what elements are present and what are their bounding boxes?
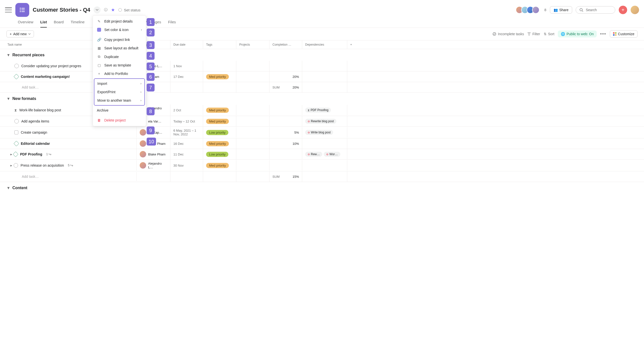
due-date[interactable]: 30 Nov xyxy=(170,160,203,171)
menu-label: Archive xyxy=(97,108,108,112)
completion-cell[interactable]: 5% xyxy=(270,127,302,138)
projects-cell[interactable] xyxy=(236,127,270,138)
add-task-inline[interactable]: Add task… xyxy=(0,172,137,181)
project-menu-trigger[interactable] xyxy=(94,7,100,14)
projects-cell[interactable] xyxy=(236,160,270,171)
priority-tag[interactable]: Med priority xyxy=(206,163,229,168)
menu-toggle[interactable] xyxy=(5,8,12,13)
due-date[interactable]: Today – 12 Oct xyxy=(170,116,203,126)
completion-cell[interactable] xyxy=(270,61,302,71)
add-column[interactable]: + xyxy=(347,41,355,49)
section-title[interactable]: Recurrent pieces xyxy=(12,53,44,57)
dependency-pill[interactable]: ⊖Rew… xyxy=(305,152,322,157)
expand-caret[interactable]: ▸ xyxy=(10,163,12,167)
due-date[interactable]: 6 May, 2021 – 1 Nov, 2022 xyxy=(170,127,203,138)
col-due-date[interactable]: Due date xyxy=(170,41,203,49)
completion-cell[interactable] xyxy=(270,105,302,115)
menu-save-template[interactable]: ▢Save as template xyxy=(93,61,146,70)
menu-import[interactable]: Import› xyxy=(94,79,144,88)
menu-label: Set color & icon xyxy=(104,28,128,32)
dependency-pill[interactable]: ⊖Rewrite blog post xyxy=(305,119,336,124)
section-caret[interactable]: ▾ xyxy=(8,185,10,190)
more-menu[interactable]: ••• xyxy=(600,32,606,37)
projects-cell[interactable] xyxy=(236,61,270,71)
assignee-avatar[interactable] xyxy=(140,129,146,136)
info-icon[interactable]: ⓘ xyxy=(104,8,108,12)
dependency-pill[interactable]: ⊖Wor… xyxy=(324,152,340,157)
priority-tag[interactable]: Low priority xyxy=(206,152,228,157)
menu-edit-details[interactable]: ✎Edit project details xyxy=(93,17,146,26)
member-avatars[interactable] xyxy=(518,6,540,14)
projects-cell[interactable] xyxy=(236,116,270,126)
due-date[interactable]: 16 Dec xyxy=(170,138,203,149)
completion-cell[interactable]: 20% xyxy=(270,71,302,82)
tab-overview[interactable]: Overview xyxy=(18,20,34,28)
task-row[interactable]: Create campaignole Kap…6 May, 2021 – 1 N… xyxy=(0,127,644,138)
complete-checkbox[interactable] xyxy=(14,119,19,124)
complete-checkbox[interactable] xyxy=(14,64,19,68)
public-status[interactable]: 🌐Public to web: On xyxy=(558,31,597,38)
col-projects[interactable]: Projects xyxy=(236,41,270,49)
assignee-avatar[interactable] xyxy=(140,140,146,147)
priority-tag[interactable]: Low priority xyxy=(206,130,228,135)
completion-cell[interactable]: 10% xyxy=(270,138,302,149)
expand-caret[interactable]: ▸ xyxy=(10,152,12,156)
due-date[interactable]: 1 Nov xyxy=(170,61,203,71)
task-row[interactable]: ▸Press release on acquisition5 Alejandro… xyxy=(0,160,644,171)
menu-archive[interactable]: Archive xyxy=(93,106,146,115)
dependency-pill[interactable]: ⊖Write blog post xyxy=(305,130,333,135)
star-icon[interactable]: ★ xyxy=(111,7,115,13)
col-tags[interactable]: Tags xyxy=(203,41,236,49)
priority-tag[interactable]: Med priority xyxy=(206,119,229,124)
section-caret[interactable]: ▾ xyxy=(8,53,10,57)
menu-set-color[interactable]: Set color & icon› xyxy=(93,26,146,34)
due-date[interactable]: 11 Dec xyxy=(170,149,203,159)
set-status[interactable]: Set status xyxy=(118,8,140,12)
search-input[interactable]: Search xyxy=(576,6,615,14)
tab-board[interactable]: Board xyxy=(54,20,64,28)
projects-cell[interactable] xyxy=(236,149,270,159)
menu-export[interactable]: Export/Print› xyxy=(94,88,144,96)
completion-cell[interactable] xyxy=(270,160,302,171)
assignee-avatar[interactable] xyxy=(140,162,146,169)
tab-files[interactable]: Files xyxy=(168,20,176,28)
filter-button[interactable]: Filter xyxy=(527,32,540,36)
add-new-button[interactable]: + Add new xyxy=(6,31,34,38)
section-caret[interactable]: ▾ xyxy=(8,96,10,101)
incomplete-filter[interactable]: Incomplete tasks xyxy=(492,32,524,36)
completion-cell[interactable] xyxy=(270,149,302,159)
menu-add-portfolio[interactable]: +Add to Portfolio xyxy=(93,70,146,78)
task-row[interactable]: ▸PDF Proofing1 Blake Pham11 DecLow prior… xyxy=(0,149,644,160)
assignee-avatar[interactable] xyxy=(140,151,146,157)
priority-tag[interactable]: Med priority xyxy=(206,74,229,79)
task-row[interactable]: Editorial calendarBlake Pham16 DecMed pr… xyxy=(0,138,644,149)
complete-checkbox[interactable] xyxy=(14,163,18,168)
projects-cell[interactable] xyxy=(236,105,270,115)
menu-move-team[interactable]: Move to another team› xyxy=(94,96,144,105)
due-date[interactable]: 17 Dec xyxy=(170,71,203,82)
share-button[interactable]: 👥Share xyxy=(550,6,572,14)
completion-cell[interactable] xyxy=(270,116,302,126)
priority-tag[interactable]: Med priority xyxy=(206,141,229,146)
menu-delete[interactable]: 🗑Delete project xyxy=(93,116,146,125)
section-title[interactable]: Content xyxy=(12,186,27,190)
projects-cell[interactable] xyxy=(236,71,270,82)
tab-list[interactable]: List xyxy=(40,20,47,28)
col-completion[interactable]: Completion … xyxy=(270,41,302,49)
projects-cell[interactable] xyxy=(236,138,270,149)
menu-save-layout[interactable]: ▦Save layout as default xyxy=(93,44,146,52)
global-add-button[interactable]: + xyxy=(619,6,627,14)
task-name: Content marketing campaign! xyxy=(21,75,70,79)
menu-duplicate[interactable]: ⧉Duplicate xyxy=(93,52,146,61)
svg-rect-3 xyxy=(21,10,25,11)
priority-tag[interactable]: Med priority xyxy=(206,108,229,113)
dependency-pill[interactable]: ⧗PDF Proofing xyxy=(305,108,331,113)
tab-timeline[interactable]: Timeline xyxy=(70,20,84,28)
due-date[interactable]: 2 Oct xyxy=(170,105,203,115)
customize-button[interactable]: Customize xyxy=(610,30,638,38)
section-title[interactable]: New formats xyxy=(12,97,36,101)
user-avatar[interactable] xyxy=(630,6,639,14)
sort-button[interactable]: ⇅Sort xyxy=(544,32,554,36)
menu-copy-link[interactable]: 🔗Copy project link xyxy=(93,36,146,44)
col-dependencies[interactable]: Dependencies xyxy=(302,41,347,49)
